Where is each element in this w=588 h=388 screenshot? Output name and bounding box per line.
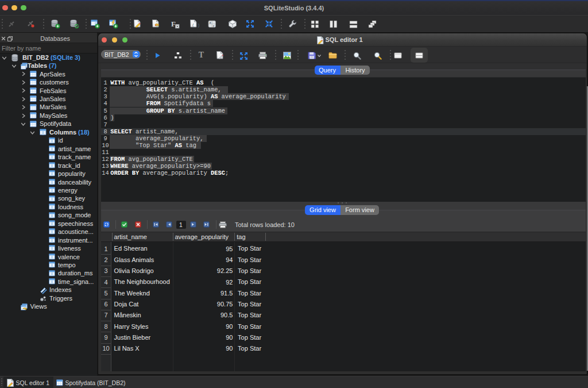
svg-text:F: F — [171, 20, 176, 28]
svg-text:( ): ( ) — [192, 22, 199, 28]
svg-text:z: z — [213, 24, 215, 28]
